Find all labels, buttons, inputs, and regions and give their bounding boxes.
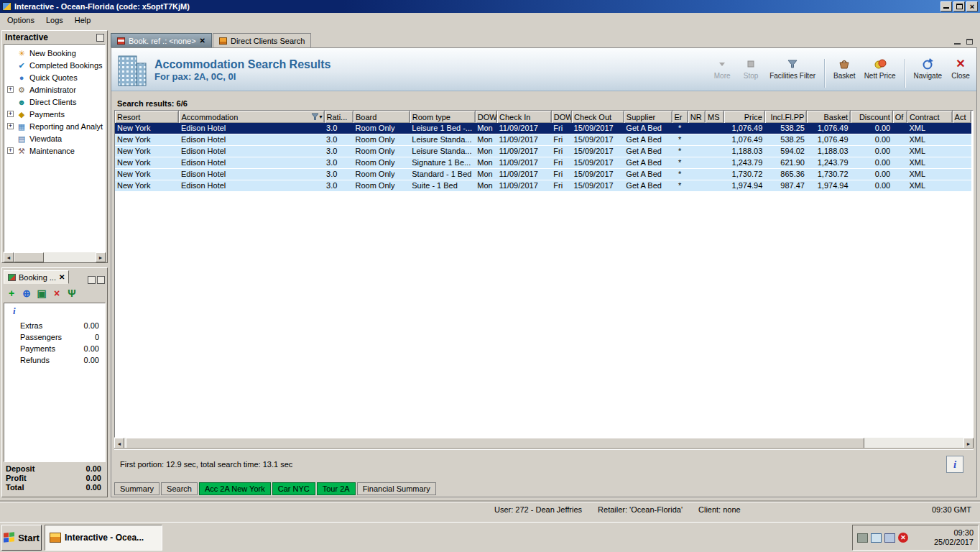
tab-book-ref-none[interactable]: Book. ref .: <none>✕	[111, 33, 212, 47]
column-header-dow[interactable]: DOW	[475, 111, 496, 123]
scroll-right-icon[interactable]: ►	[963, 438, 974, 449]
booking-section-tabs: SummarySearchAcc 2A New YorkCar NYCTour …	[114, 478, 974, 498]
booking-info-row: Passengers0	[4, 331, 105, 343]
column-header-dow[interactable]: DOW	[551, 111, 571, 123]
administrator-icon: ⚙	[17, 85, 27, 95]
restore-button[interactable]	[953, 1, 965, 12]
display-icon[interactable]	[871, 533, 882, 543]
menu-help[interactable]: Help	[69, 14, 97, 26]
delete-icon[interactable]: ×	[50, 287, 63, 300]
results-row[interactable]: New YorkEdison Hotel3.0Room OnlySignatur…	[115, 157, 971, 169]
menu-logs[interactable]: Logs	[40, 14, 69, 26]
column-header-resort[interactable]: Resort	[115, 111, 179, 123]
scroll-left-icon[interactable]: ◄	[4, 252, 14, 262]
column-header-check-out[interactable]: Check Out	[572, 111, 624, 123]
results-row[interactable]: New YorkEdison Hotel3.0Room OnlyLeisure …	[115, 123, 971, 134]
expander-icon[interactable]: +	[7, 123, 14, 129]
start-button[interactable]: Start	[1, 525, 42, 551]
cell	[688, 134, 705, 146]
booking-maximize-icon[interactable]	[97, 276, 105, 284]
expander-icon[interactable]: +	[7, 111, 14, 117]
globe-icon[interactable]: ⊕	[20, 287, 33, 300]
stop-button[interactable]: Stop	[741, 58, 761, 80]
sidebar-item-quick-quotes[interactable]: ●Quick Quotes	[4, 71, 105, 83]
info-button[interactable]: i	[946, 456, 963, 473]
column-header-basket[interactable]: Basket	[807, 111, 851, 123]
scroll-track[interactable]	[14, 252, 96, 262]
booking-tab[interactable]: Booking ... ✕	[4, 270, 69, 284]
cascade-icon[interactable]: ▣	[35, 287, 48, 300]
scroll-right-icon[interactable]: ►	[96, 252, 106, 262]
tab-direct-clients-search[interactable]: Direct Clients Search	[213, 33, 311, 47]
sidebar-item-direct-clients[interactable]: ☻Direct Clients	[4, 96, 105, 108]
booking-tab-close-icon[interactable]: ✕	[59, 273, 65, 281]
column-header-board[interactable]: Board	[353, 111, 410, 123]
sidebar-item-payments[interactable]: +◆Payments	[4, 108, 105, 120]
column-header-contract[interactable]: Contract	[907, 111, 952, 123]
add-icon[interactable]: +	[5, 287, 18, 300]
bottom-tab-car-nyc[interactable]: Car NYC	[272, 482, 315, 495]
filter-funnel-icon[interactable]: ▾	[311, 113, 323, 121]
sidebar-item-administrator[interactable]: +⚙Administrator	[4, 83, 105, 96]
bottom-tab-summary[interactable]: Summary	[114, 482, 160, 495]
column-header-accommodation[interactable]: Accommodation▾	[179, 111, 324, 123]
column-header-price[interactable]: Price	[724, 111, 765, 123]
bottom-tab-financial-summary[interactable]: Financial Summary	[357, 482, 436, 495]
column-header-incl-fl-pp[interactable]: Incl.Fl.PP	[764, 111, 807, 123]
menu-options[interactable]: Options	[1, 14, 40, 26]
cell: Room Only	[353, 157, 410, 169]
column-header-er[interactable]: Er	[672, 111, 688, 123]
booking-minimize-icon[interactable]	[88, 276, 96, 284]
scroll-left-icon[interactable]: ◄	[114, 438, 124, 449]
mdi-minimize-icon[interactable]	[954, 39, 961, 45]
column-header-ms[interactable]: MS	[706, 111, 724, 123]
close-results-button[interactable]: ✕ Close	[951, 58, 971, 80]
column-header-rati[interactable]: Rati...	[324, 111, 353, 123]
mdi-restore-icon[interactable]	[966, 39, 973, 45]
results-title: Accommodation Search Results	[154, 58, 330, 71]
cell: Edison Hotel	[179, 134, 324, 146]
taskbar-app-button[interactable]: Interactive - Ocea...	[45, 525, 162, 551]
results-row[interactable]: New YorkEdison Hotel3.0Room OnlySuite - …	[115, 180, 971, 192]
keyboard-icon[interactable]	[857, 533, 868, 543]
sidebar-item-maintenance[interactable]: +⚒Maintenance	[4, 144, 105, 157]
sidebar-item-reporting-and-analyt[interactable]: +▦Reporting and Analyt	[4, 120, 105, 132]
results-row[interactable]: New YorkEdison Hotel3.0Room OnlyLeisure …	[115, 146, 971, 157]
mute-icon[interactable]: ✕	[898, 533, 908, 543]
sidebar-item-viewdata[interactable]: ▤Viewdata	[4, 132, 105, 144]
scroll-thumb[interactable]	[14, 252, 44, 262]
panel-collapse-icon[interactable]	[96, 34, 104, 42]
column-header-nr[interactable]: NR	[688, 111, 705, 123]
close-button[interactable]: ×	[966, 1, 978, 12]
bottom-tab-search[interactable]: Search	[161, 482, 198, 495]
column-header-supplier[interactable]: Supplier	[624, 111, 672, 123]
taskbar: Start Interactive - Ocea... ✕ 09:30 25/0…	[0, 522, 980, 552]
network-icon[interactable]	[884, 533, 895, 543]
sidebar-item-new-booking[interactable]: ✳New Booking	[4, 47, 105, 59]
more-button[interactable]: More	[712, 58, 732, 80]
scroll-thumb[interactable]	[126, 438, 864, 449]
minimize-button[interactable]	[940, 1, 952, 12]
cell: 1,076.49	[807, 134, 851, 146]
palm-tree-icon[interactable]: Ψ	[65, 287, 78, 300]
nett-price-button[interactable]: Nett Price	[864, 58, 896, 80]
column-header-room-type[interactable]: Room type	[410, 111, 475, 123]
bottom-tab-tour-2a[interactable]: Tour 2A	[317, 482, 356, 495]
expander-icon[interactable]: +	[7, 147, 14, 154]
bottom-tab-acc-2a-new-york[interactable]: Acc 2A New York	[199, 482, 271, 495]
navigate-button[interactable]: Navigate	[914, 58, 942, 80]
column-header-act[interactable]: Act	[952, 111, 971, 123]
facilities-filter-button[interactable]: Facilities Filter	[769, 58, 815, 80]
tree-hscrollbar[interactable]: ◄ ►	[4, 252, 106, 262]
scroll-track[interactable]	[124, 438, 963, 449]
column-header-discount[interactable]: Discount	[851, 111, 893, 123]
tab-close-icon[interactable]: ✕	[200, 37, 205, 45]
table-hscrollbar[interactable]: ◄ ►	[114, 438, 974, 449]
column-header-check-in[interactable]: Check In	[497, 111, 552, 123]
column-header-of[interactable]: Of	[892, 111, 907, 123]
results-row[interactable]: New YorkEdison Hotel3.0Room OnlyStandard…	[115, 169, 971, 180]
results-row[interactable]: New YorkEdison Hotel3.0Room OnlyLeisure …	[115, 134, 971, 146]
expander-icon[interactable]: +	[7, 86, 14, 93]
sidebar-item-completed-bookings[interactable]: ✔Completed Bookings	[4, 59, 105, 71]
basket-button[interactable]: Basket	[833, 58, 856, 80]
